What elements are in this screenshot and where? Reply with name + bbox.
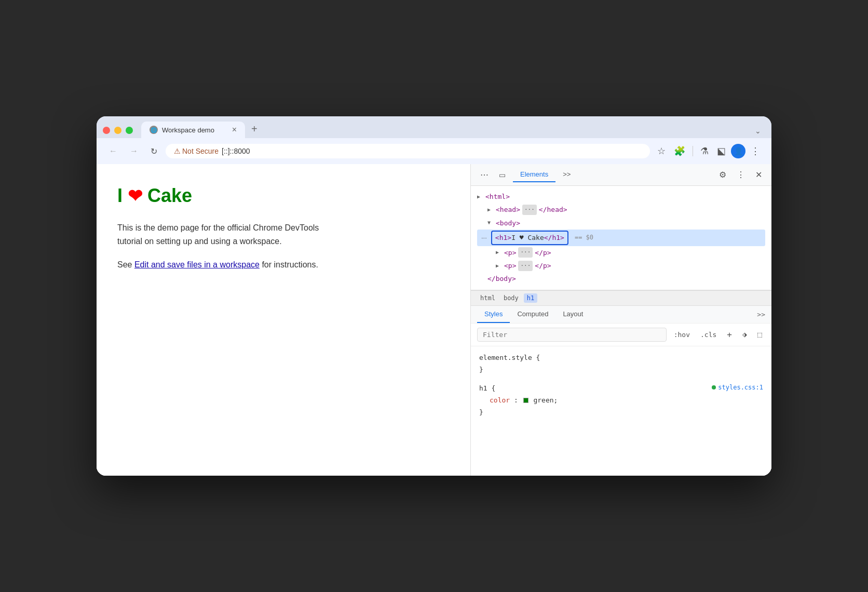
dom-tag-p2-close: </p> — [535, 260, 551, 272]
style-tool-btn2[interactable]: ⬚ — [754, 328, 765, 341]
styles-h1-prop-color[interactable]: color : green; — [479, 394, 763, 406]
styles-panel: Styles Computed Layout >> :hov .cls + — [471, 306, 771, 476]
dom-triangle-body[interactable]: ▼ — [487, 218, 494, 227]
file-dot — [712, 385, 716, 389]
dom-tag-h1-close: </h1> — [544, 234, 564, 241]
page-paragraph2: See Edit and save files in a workspace f… — [117, 258, 346, 272]
add-style-button[interactable]: + — [724, 328, 735, 342]
dom-triangle-head[interactable]: ▶ — [487, 205, 494, 214]
more-button[interactable]: ⋮ — [748, 142, 763, 160]
tab-close-button[interactable]: × — [232, 126, 237, 134]
nav-bar: ← → ↻ ⚠ Not Secure [::]::8000 ☆ 🧩 ⚗ — [97, 138, 771, 164]
styles-h1-selector[interactable]: h1 { styles.css:1 — [479, 382, 763, 394]
dom-tag-head: <head> — [496, 204, 520, 216]
dom-line-head[interactable]: ▶ <head> ··· </head> — [477, 203, 765, 216]
page-paragraph1: This is the demo page for the official C… — [117, 221, 346, 248]
sub-tab-styles[interactable]: Styles — [477, 306, 510, 323]
nav-divider — [693, 146, 693, 156]
dom-dollar-sign: == $0 — [575, 232, 593, 244]
dom-line-p2[interactable]: ▶ <p> ··· </p> — [477, 259, 765, 272]
styles-rule-element: element.style { } — [479, 352, 763, 376]
back-button[interactable]: ← — [105, 143, 121, 159]
dom-panel: ▶ <html> ▶ <head> ··· </head> ▼ <body> — [471, 186, 771, 290]
dom-h1-node: <h1>I ♥ Cake</h1> — [491, 231, 568, 245]
lab-button[interactable]: ⚗ — [697, 142, 712, 160]
devtools-more-button[interactable]: ⋮ — [734, 168, 748, 182]
tab-title: Workspace demo — [162, 126, 214, 134]
more-dots-icon: ⋮ — [737, 170, 745, 179]
devtools-settings-button[interactable]: ⚙ — [716, 168, 729, 182]
not-secure-indicator: ⚠ Not Secure — [174, 147, 219, 155]
styles-filter-bar: :hov .cls + ⬗ ⬚ — [471, 324, 771, 346]
color-swatch[interactable] — [523, 398, 528, 403]
dom-h1-content: I ♥ Cake — [511, 234, 544, 241]
more-icon: ⋮ — [751, 145, 760, 157]
dom-line-body-close: </body> — [477, 272, 765, 285]
dom-tag-body-close: </body> — [487, 273, 516, 285]
dom-ellipsis-head[interactable]: ··· — [522, 205, 537, 215]
devtools-close-area: ⚙ ⋮ ✕ — [716, 168, 765, 182]
close-icon: ✕ — [755, 170, 762, 179]
styles-sub-tabs: Styles Computed Layout >> — [471, 306, 771, 324]
sub-tab-computed[interactable]: Computed — [510, 306, 555, 323]
sidebar-button[interactable]: ⬕ — [714, 142, 729, 160]
dom-ellipsis-p2[interactable]: ··· — [518, 261, 533, 271]
settings-icon: ⚙ — [719, 170, 726, 179]
bookmark-button[interactable]: ☆ — [654, 142, 669, 160]
device-tool-button[interactable]: ▭ — [496, 168, 509, 182]
window-controls — [103, 127, 133, 134]
breadcrumb-html[interactable]: html — [477, 293, 498, 303]
inspector-icon: ⋯ — [480, 170, 489, 179]
warning-icon: ⚠ — [174, 147, 181, 155]
new-tab-button[interactable]: + — [247, 123, 262, 135]
paragraph2-suffix: for instructions. — [262, 260, 318, 269]
dom-dots-button[interactable]: ··· — [479, 234, 489, 241]
profile-avatar[interactable]: 👤 — [731, 144, 745, 158]
minimize-dot[interactable] — [114, 127, 121, 134]
workspace-link[interactable]: Edit and save files in a workspace — [134, 260, 260, 269]
hov-button[interactable]: :hov — [671, 329, 693, 341]
extensions-icon: 🧩 — [674, 145, 685, 157]
breadcrumb-body[interactable]: body — [500, 293, 522, 303]
not-secure-label: Not Secure — [182, 147, 219, 155]
dom-line-p1[interactable]: ▶ <p> ··· </p> — [477, 246, 765, 259]
dom-line-body[interactable]: ▼ <body> — [477, 217, 765, 230]
back-icon: ← — [109, 146, 117, 156]
tab-dropdown[interactable]: ⌄ — [751, 127, 765, 135]
forward-button[interactable]: → — [126, 143, 142, 159]
dom-tag-h1-open: <h1> — [495, 234, 511, 241]
active-tab[interactable]: 🌐 Workspace demo × — [141, 122, 245, 138]
dom-triangle-p1[interactable]: ▶ — [496, 248, 502, 257]
address-bar[interactable]: ⚠ Not Secure [::]::8000 — [166, 144, 650, 158]
devtools-close-button[interactable]: ✕ — [752, 168, 765, 182]
forward-icon: → — [130, 146, 138, 156]
cls-button[interactable]: .cls — [697, 329, 720, 341]
close-dot[interactable] — [103, 127, 110, 134]
style-tool-btn1[interactable]: ⬗ — [739, 328, 750, 341]
heading-heart: ❤ — [128, 185, 142, 206]
dom-triangle-p2[interactable]: ▶ — [496, 261, 502, 271]
dom-tag-p2: <p> — [504, 260, 516, 272]
dom-triangle-html[interactable]: ▶ — [477, 192, 483, 201]
dom-line-h1[interactable]: ··· <h1>I ♥ Cake</h1> == $0 — [477, 230, 765, 246]
tab-more[interactable]: >> — [555, 167, 578, 182]
refresh-button[interactable]: ↻ — [146, 143, 161, 159]
styles-h1-close: } — [479, 406, 763, 418]
styles-filter-input[interactable] — [477, 328, 667, 342]
tab-elements[interactable]: Elements — [513, 167, 555, 182]
dom-ellipsis-p1[interactable]: ··· — [518, 247, 533, 258]
devtools-tabs: Elements >> — [513, 167, 578, 182]
dom-tag-p1-close: </p> — [535, 247, 551, 259]
extensions-button[interactable]: 🧩 — [671, 142, 688, 160]
dom-line-html[interactable]: ▶ <html> — [477, 190, 765, 203]
inspector-tool-button[interactable]: ⋯ — [477, 168, 492, 182]
styles-rule-h1: h1 { styles.css:1 color : green; — [479, 382, 763, 419]
sub-tab-more[interactable]: >> — [757, 311, 765, 318]
maximize-dot[interactable] — [126, 127, 133, 134]
profile-icon: 👤 — [734, 147, 743, 155]
styles-file-link[interactable]: styles.css:1 — [712, 382, 763, 394]
devtools-panel: ⋯ ▭ Elements >> ⚙ — [470, 164, 771, 476]
breadcrumb-h1[interactable]: h1 — [524, 293, 537, 303]
sub-tab-layout[interactable]: Layout — [555, 306, 590, 323]
dom-tag-head-close: </head> — [539, 204, 567, 216]
